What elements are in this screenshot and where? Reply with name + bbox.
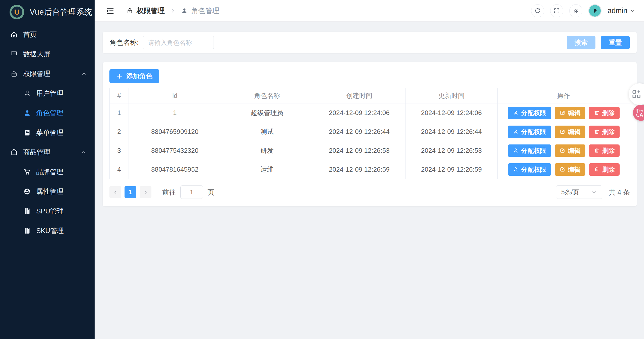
dashboard-screen-icon — [10, 50, 18, 58]
edit-button[interactable]: 编辑 — [555, 144, 585, 157]
refresh-button[interactable] — [531, 4, 544, 17]
page-number-button[interactable]: 1 — [125, 186, 136, 198]
breadcrumb-label: 权限管理 — [137, 6, 165, 16]
breadcrumb: 权限管理 角色管理 — [126, 6, 219, 16]
sidebar-menu: 首页 数据大屏 权限管理 用户管理 — [0, 23, 95, 241]
assign-permission-button[interactable]: 分配权限 — [508, 163, 551, 176]
sidebar-item-attributes[interactable]: 属性管理 — [0, 182, 95, 201]
delete-button[interactable]: 删除 — [589, 144, 620, 157]
header-actions: admin — [531, 4, 635, 17]
goto-page-input[interactable] — [180, 185, 203, 199]
col-header-created: 创建时间 — [313, 88, 406, 103]
chevron-up-icon — [80, 149, 87, 156]
table-row: 4 8804781645952 运维 2024-12-09 12:26:59 2… — [110, 160, 630, 179]
notebook-icon — [23, 227, 31, 235]
sidebar-item-users[interactable]: 用户管理 — [0, 84, 95, 103]
translate-icon: 中A — [635, 108, 644, 118]
lock-icon — [126, 7, 133, 14]
sidebar-item-sku[interactable]: SKU管理 — [0, 221, 95, 241]
total-count: 共 4 条 — [609, 188, 630, 197]
roles-table: # id 角色名称 创建时间 更新时间 操作 1 1 超级管理员 2024-12… — [109, 88, 630, 179]
sidebar-item-spu[interactable]: SPU管理 — [0, 201, 95, 221]
role-name-input[interactable] — [143, 36, 214, 49]
fullscreen-button[interactable] — [550, 4, 563, 17]
chrome-icon — [23, 187, 31, 196]
page-unit-label: 页 — [208, 188, 214, 197]
pagination-right: 5条/页 共 4 条 — [556, 185, 630, 199]
role-name-label: 角色名称: — [110, 38, 139, 47]
table-row: 2 8804765909120 测试 2024-12-09 12:26:44 2… — [110, 122, 630, 141]
goods-bag-icon — [10, 148, 18, 156]
sidebar-item-permission[interactable]: 权限管理 — [0, 64, 95, 84]
chevron-down-icon — [591, 190, 597, 195]
sidebar-item-label: 数据大屏 — [23, 50, 50, 59]
prev-page-button[interactable] — [109, 186, 121, 198]
top-header: 权限管理 角色管理 admin — [95, 0, 644, 22]
user-menu[interactable]: admin — [608, 7, 635, 15]
chevron-right-icon — [170, 8, 176, 14]
grid-sparkle-icon — [631, 89, 642, 99]
sidebar-item-label: SPU管理 — [36, 207, 64, 216]
sidebar-item-label: 权限管理 — [23, 69, 50, 78]
assign-permission-button[interactable]: 分配权限 — [508, 126, 551, 138]
sidebar-item-label: SKU管理 — [36, 226, 64, 235]
edit-button[interactable]: 编辑 — [555, 126, 585, 138]
sidebar-item-label: 用户管理 — [36, 89, 63, 98]
roles-table-card: 添加角色 # id 角色名称 创建时间 更新时间 操作 1 1 超级管理员 20… — [103, 62, 637, 206]
page-size-select[interactable]: 5条/页 — [556, 185, 602, 199]
sidebar: U Vue后台管理系统 首页 数据大屏 权限管理 — [0, 0, 95, 339]
table-header-row: # id 角色名称 创建时间 更新时间 操作 — [110, 88, 630, 103]
search-card: 角色名称: 搜索 重置 — [103, 32, 637, 53]
sidebar-item-label: 商品管理 — [23, 148, 50, 157]
user-filled-icon — [23, 109, 31, 117]
sidebar-item-brands[interactable]: 品牌管理 — [0, 162, 95, 182]
col-header-updated: 更新时间 — [406, 88, 498, 103]
sidebar-item-menus[interactable]: 菜单管理 — [0, 123, 95, 142]
reset-button[interactable]: 重置 — [601, 36, 630, 49]
plus-icon — [116, 73, 123, 80]
breadcrumb-label: 角色管理 — [191, 6, 219, 16]
shopping-cart-icon — [23, 168, 31, 176]
collapse-sidebar-icon[interactable] — [106, 6, 115, 15]
sidebar-item-home[interactable]: 首页 — [0, 25, 95, 44]
goto-page: 前往 页 — [162, 185, 214, 199]
edit-button[interactable]: 编辑 — [555, 107, 585, 119]
svg-text:A: A — [639, 112, 643, 118]
app-logo: U Vue后台管理系统 — [0, 0, 95, 23]
sidebar-item-datascreen[interactable]: 数据大屏 — [0, 44, 95, 64]
col-header-index: # — [110, 88, 129, 103]
goto-label: 前往 — [162, 188, 176, 197]
chevron-up-icon — [80, 70, 87, 77]
delete-button[interactable]: 删除 — [589, 163, 620, 176]
edit-button[interactable]: 编辑 — [555, 163, 585, 176]
delete-button[interactable]: 删除 — [589, 107, 620, 119]
sidebar-item-products[interactable]: 商品管理 — [0, 142, 95, 162]
breadcrumb-permission[interactable]: 权限管理 — [126, 6, 165, 16]
user-filled-icon — [181, 7, 188, 14]
col-header-id: id — [129, 88, 221, 103]
notebook-icon — [23, 207, 31, 215]
col-header-name: 角色名称 — [221, 88, 313, 103]
sidebar-item-roles[interactable]: 角色管理 — [0, 103, 95, 123]
main-content: 角色名称: 搜索 重置 添加角色 # id 角色名称 创建时间 更新时间 操作 — [95, 22, 644, 339]
lock-icon — [10, 70, 18, 78]
assign-permission-button[interactable]: 分配权限 — [508, 107, 551, 119]
username: admin — [608, 7, 627, 15]
add-role-button[interactable]: 添加角色 — [109, 69, 159, 83]
breadcrumb-roles[interactable]: 角色管理 — [181, 6, 219, 16]
assign-permission-button[interactable]: 分配权限 — [508, 144, 551, 157]
logo-icon: U — [10, 5, 24, 19]
user-icon — [23, 89, 31, 97]
col-header-actions: 操作 — [498, 88, 630, 103]
sidebar-item-label: 首页 — [23, 30, 37, 39]
chevron-down-icon — [630, 8, 635, 14]
avatar[interactable] — [588, 4, 601, 17]
table-row: 3 8804775432320 研发 2024-12-09 12:26:53 2… — [110, 141, 630, 160]
delete-button[interactable]: 删除 — [589, 126, 620, 138]
sidebar-item-label: 角色管理 — [36, 108, 63, 118]
search-button[interactable]: 搜索 — [567, 36, 595, 49]
sidebar-item-label: 品牌管理 — [36, 167, 63, 176]
search-actions: 搜索 重置 — [567, 36, 630, 49]
settings-button[interactable] — [569, 4, 582, 17]
next-page-button[interactable] — [140, 186, 151, 198]
